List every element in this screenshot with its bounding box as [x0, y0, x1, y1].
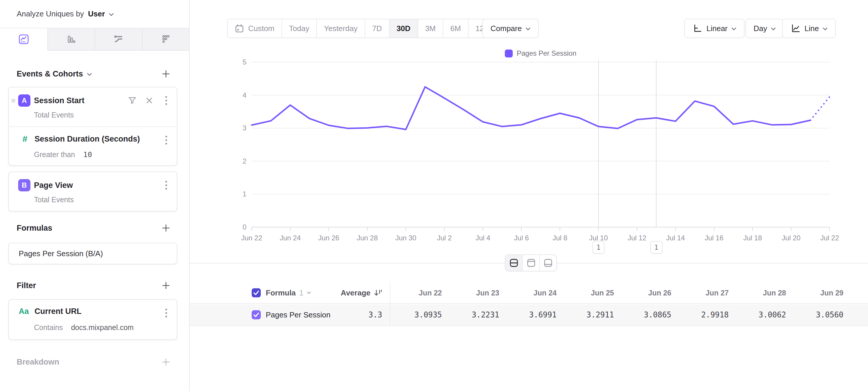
formulas-section-header: Formulas — [8, 222, 177, 234]
event-title[interactable]: Page View — [34, 181, 73, 190]
tab-insights-line-chart[interactable] — [0, 28, 48, 51]
date-value-cell: 3.0935 — [390, 304, 442, 325]
svg-text:Jul 22: Jul 22 — [820, 234, 839, 242]
formula-expression: Pages Per Session (B/A) — [19, 249, 103, 258]
string-property-icon: Aa — [19, 307, 31, 316]
filter-menu-button[interactable] — [161, 307, 172, 319]
date-value-cell: 3.0865 — [614, 304, 671, 325]
table-column-divider — [390, 283, 391, 326]
svg-text:Jul 10: Jul 10 — [589, 234, 608, 242]
filter-operator[interactable]: Contains — [34, 323, 63, 332]
view-toggle-table-only[interactable] — [539, 255, 556, 271]
date-column-header[interactable]: Jun 29 — [786, 283, 843, 303]
event-aggregation[interactable]: Total Events — [34, 196, 74, 204]
analyze-by-value-dropdown[interactable]: User — [88, 9, 105, 19]
event-aggregation[interactable]: Total Events — [34, 111, 74, 119]
event-a-property-filter: # Session Duration (Seconds) Greater tha… — [9, 127, 177, 165]
plus-icon — [161, 358, 170, 366]
average-column-header[interactable]: Average — [341, 283, 382, 303]
svg-text:0: 0 — [243, 223, 246, 231]
row-series-name: Pages Per Session — [266, 304, 331, 325]
event-title[interactable]: Session Start — [34, 96, 85, 105]
property-menu-button[interactable] — [161, 134, 172, 146]
annotation-badge[interactable]: 1 — [592, 241, 604, 254]
date-column-header[interactable]: Jun 26 — [614, 283, 671, 303]
numeric-property-icon: # — [19, 134, 31, 144]
event-card-session-start[interactable]: ≡ A Session Start — [8, 87, 177, 166]
close-icon — [145, 96, 153, 105]
view-toggle-split[interactable] — [505, 255, 522, 271]
date-value-cell: 2.9918 — [671, 304, 729, 325]
tab-retention-grid[interactable] — [142, 28, 189, 51]
chevron-down-icon — [307, 289, 312, 294]
remove-event-button[interactable] — [144, 94, 155, 107]
add-formula-button[interactable] — [161, 223, 171, 233]
date-column-header[interactable]: Jun 23 — [442, 283, 499, 303]
event-menu-button[interactable] — [161, 179, 172, 191]
svg-text:Jul 2: Jul 2 — [437, 234, 452, 242]
row-checkbox[interactable] — [252, 310, 261, 319]
table-data-row[interactable]: Pages Per Session 3.3 3.09353.22313.6991… — [190, 304, 868, 326]
date-column-header[interactable]: Jun 27 — [671, 283, 729, 303]
filter-card-current-url[interactable]: Aa Current URL Contains docs.mixpanel.co… — [8, 299, 177, 340]
event-a-section: ≡ A Session Start — [9, 87, 177, 126]
svg-text:4: 4 — [243, 91, 246, 99]
property-title[interactable]: Session Duration (Seconds) — [34, 135, 140, 144]
chart-only-icon — [526, 258, 536, 268]
tab-bar-chart[interactable] — [48, 28, 95, 51]
sidebar-body: Events & Cohorts ≡ A Session Start — [0, 51, 189, 368]
svg-text:Jun 26: Jun 26 — [318, 234, 339, 242]
event-b-section: B Page View Total Events — [9, 172, 177, 211]
svg-text:Jul 4: Jul 4 — [475, 234, 491, 242]
filter-property-title[interactable]: Current URL — [34, 307, 82, 316]
breakdown-section-title: Breakdown — [17, 358, 59, 367]
average-value: 3.3 — [368, 310, 382, 319]
events-section-header: Events & Cohorts — [8, 68, 177, 80]
date-value-cell: 3.2911 — [557, 304, 614, 325]
report-main: CustomTodayYesterday7D30D3M6M12M Compare… — [190, 0, 868, 391]
row-average-cell: 3.3 — [368, 304, 382, 325]
add-filter-button[interactable] — [161, 280, 171, 290]
filter-event-button[interactable] — [127, 94, 137, 107]
view-toggle-control — [505, 254, 557, 272]
analyze-by-bar: Analyze Uniques by User — [0, 0, 189, 28]
date-column-header[interactable]: Jun 22 — [390, 283, 442, 303]
events-section-title[interactable]: Events & Cohorts — [17, 69, 92, 79]
kebab-icon — [165, 135, 168, 145]
svg-text:Jul 18: Jul 18 — [743, 234, 762, 242]
table-date-headers: Jun 22Jun 23Jun 24Jun 25Jun 26Jun 27Jun … — [390, 283, 843, 303]
formula-card[interactable]: Pages Per Session (B/A) — [8, 243, 177, 264]
tab-flow[interactable] — [95, 28, 142, 51]
app-root: Analyze Uniques by User — [0, 0, 868, 391]
filter-section-header: Filter — [8, 279, 177, 291]
annotation-badge[interactable]: 1 — [650, 241, 662, 254]
svg-text:Jun 28: Jun 28 — [357, 234, 378, 242]
add-event-button[interactable] — [161, 69, 171, 79]
event-card-page-view[interactable]: B Page View Total Events — [8, 171, 177, 212]
event-menu-button[interactable] — [161, 94, 172, 107]
date-column-header[interactable]: Jun 24 — [499, 283, 557, 303]
breakdown-section-header: Breakdown — [8, 356, 177, 368]
property-operator[interactable]: Greater than — [34, 150, 75, 159]
table-only-icon — [543, 258, 553, 268]
split-view-icon — [509, 258, 519, 268]
add-breakdown-button[interactable] — [161, 357, 171, 367]
date-column-header[interactable]: Jun 28 — [729, 283, 786, 303]
select-all-checkbox[interactable] — [252, 288, 261, 298]
date-column-header[interactable]: Jun 25 — [557, 283, 614, 303]
property-value[interactable]: 10 — [83, 150, 92, 159]
filter-value[interactable]: docs.mixpanel.com — [71, 323, 134, 332]
event-letter-badge: B — [18, 179, 30, 191]
flow-icon — [113, 33, 124, 45]
formula-column-header[interactable]: Formula 1 — [266, 283, 312, 303]
check-icon — [252, 288, 261, 298]
svg-text:Jul 14: Jul 14 — [666, 234, 685, 242]
bar-chart-icon — [65, 33, 77, 45]
svg-text:Jun 30: Jun 30 — [395, 234, 416, 242]
kebab-icon — [165, 308, 168, 318]
average-label: Average — [341, 288, 371, 298]
view-toggle-chart-only[interactable] — [522, 255, 539, 271]
svg-text:Jul 8: Jul 8 — [553, 234, 567, 242]
sort-descending-icon — [373, 288, 382, 297]
funnel-icon — [128, 96, 137, 105]
